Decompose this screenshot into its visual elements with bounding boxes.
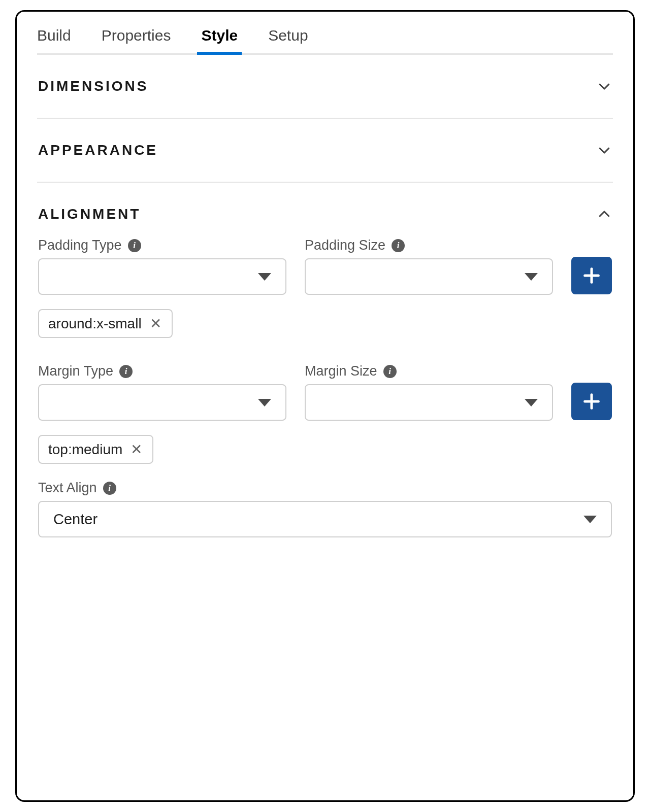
padding-row: Padding Type i Padding Size i — [38, 232, 612, 295]
section-alignment-title: ALIGNMENT — [38, 206, 141, 222]
caret-down-icon — [525, 399, 538, 407]
chevron-down-icon — [597, 79, 612, 94]
margin-chip: top:medium ✕ — [38, 435, 153, 464]
info-icon[interactable]: i — [119, 365, 133, 378]
margin-type-label: Margin Type — [38, 363, 113, 379]
padding-chip-row: around:x-small ✕ — [38, 309, 612, 338]
caret-down-icon — [258, 399, 271, 407]
padding-type-label: Padding Type — [38, 238, 122, 253]
tab-style[interactable]: Style — [201, 23, 238, 53]
alignment-body: Padding Type i Padding Size i — [37, 232, 613, 543]
margin-type-col: Margin Type i — [38, 358, 286, 421]
section-appearance: APPEARANCE — [37, 119, 613, 183]
info-icon[interactable]: i — [103, 482, 116, 495]
padding-size-select[interactable] — [305, 258, 553, 295]
section-alignment: ALIGNMENT Padding Type i — [37, 183, 613, 543]
tab-bar: Build Properties Style Setup — [37, 12, 613, 55]
margin-chip-row: top:medium ✕ — [38, 435, 612, 464]
padding-size-col: Padding Size i — [305, 232, 553, 295]
info-icon[interactable]: i — [128, 239, 141, 252]
style-panel: Build Properties Style Setup DIMENSIONS … — [15, 10, 635, 802]
text-align-label-row: Text Align i — [38, 480, 612, 496]
text-align-value: Center — [53, 511, 98, 528]
margin-size-label-row: Margin Size i — [305, 363, 553, 379]
margin-type-select[interactable] — [38, 384, 286, 421]
padding-chip-label: around:x-small — [48, 316, 142, 332]
remove-padding-chip-button[interactable]: ✕ — [149, 315, 162, 332]
margin-chip-label: top:medium — [48, 442, 122, 458]
tab-properties[interactable]: Properties — [102, 23, 171, 53]
section-dimensions-header[interactable]: DIMENSIONS — [37, 55, 613, 118]
text-align-row: Text Align i Center — [38, 480, 612, 537]
margin-row: Margin Type i Margin Size i — [38, 358, 612, 421]
info-icon[interactable]: i — [392, 239, 405, 252]
remove-margin-chip-button[interactable]: ✕ — [129, 441, 143, 458]
padding-size-label-row: Padding Size i — [305, 238, 553, 253]
caret-down-icon — [258, 273, 271, 281]
section-dimensions-title: DIMENSIONS — [38, 78, 148, 94]
margin-size-col: Margin Size i — [305, 358, 553, 421]
padding-type-label-row: Padding Type i — [38, 238, 286, 253]
text-align-select[interactable]: Center — [38, 501, 612, 537]
margin-type-label-row: Margin Type i — [38, 363, 286, 379]
padding-size-label: Padding Size — [305, 238, 385, 253]
padding-chip: around:x-small ✕ — [38, 309, 173, 338]
section-appearance-title: APPEARANCE — [38, 142, 158, 158]
section-dimensions: DIMENSIONS — [37, 55, 613, 119]
chevron-up-icon — [597, 207, 612, 222]
info-icon[interactable]: i — [383, 365, 397, 378]
section-appearance-header[interactable]: APPEARANCE — [37, 119, 613, 182]
text-align-label: Text Align — [38, 480, 97, 496]
caret-down-icon — [583, 516, 597, 523]
padding-type-select[interactable] — [38, 258, 286, 295]
caret-down-icon — [525, 273, 538, 281]
margin-size-label: Margin Size — [305, 363, 377, 379]
margin-size-select[interactable] — [305, 384, 553, 421]
chevron-down-icon — [597, 143, 612, 158]
add-padding-button[interactable] — [571, 257, 612, 294]
padding-type-col: Padding Type i — [38, 232, 286, 295]
add-margin-button[interactable] — [571, 383, 612, 420]
section-alignment-header[interactable]: ALIGNMENT — [37, 183, 613, 232]
tab-build[interactable]: Build — [37, 23, 71, 53]
tab-setup[interactable]: Setup — [268, 23, 308, 53]
